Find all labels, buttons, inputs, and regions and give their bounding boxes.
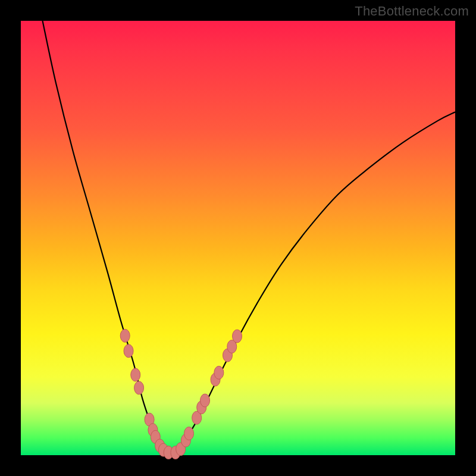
curve-dot [124, 345, 133, 358]
curve-dot [214, 366, 224, 379]
highlight-dots [120, 329, 242, 459]
curve-dot [134, 381, 144, 394]
curve-dot [201, 394, 210, 407]
curve-dot [131, 368, 140, 381]
curve-dot [184, 427, 194, 440]
curve-dot [120, 329, 130, 342]
bottleneck-curve [43, 21, 456, 453]
curve-dot [233, 330, 242, 343]
watermark-text: TheBottleneck.com [355, 4, 469, 19]
chart-svg [21, 21, 455, 455]
plot-area [21, 21, 455, 455]
outer-frame: TheBottleneck.com [0, 0, 476, 476]
